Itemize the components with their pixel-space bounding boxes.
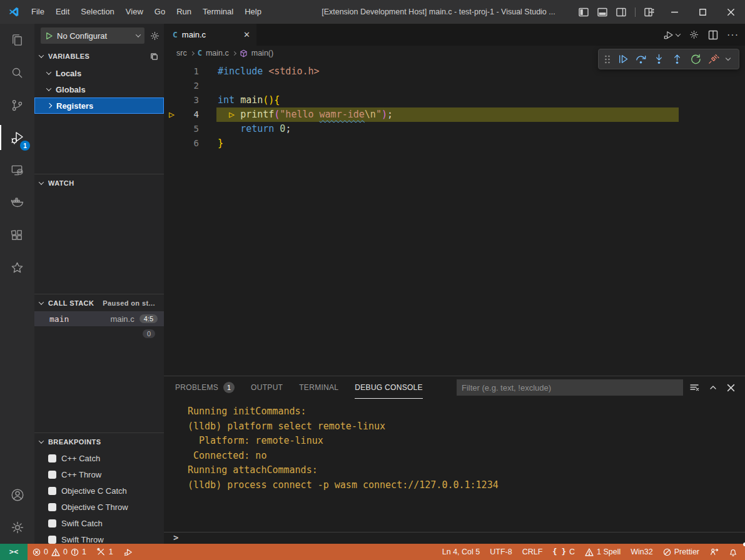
breakpoint-checkbox[interactable] [48,454,56,462]
menu-view[interactable]: View [120,0,149,24]
panel-tab-output[interactable]: OUTPUT [251,376,283,399]
continue-icon[interactable] [614,49,632,69]
breakpoint-checkbox[interactable] [48,503,56,511]
drag-handle-icon[interactable] [601,49,614,69]
account-icon[interactable] [0,479,34,511]
call-stack-empty-space [34,341,164,432]
step-out-icon[interactable] [668,49,686,69]
remote-explorer-icon[interactable] [0,154,34,186]
close-panel-icon[interactable] [727,384,735,392]
debug-console-output[interactable]: Running initCommands:(lldb) platform sel… [164,399,745,492]
code-line-2[interactable]: 2 [164,79,745,93]
minimize-button[interactable] [661,0,689,24]
problems-status[interactable]: 0 0 1 [28,544,91,560]
variables-item-locals[interactable]: Locals [34,65,164,81]
call-stack-frame[interactable]: main main.c 4:5 [34,311,164,326]
menu-help[interactable]: Help [239,0,267,24]
search-icon[interactable] [0,56,34,89]
close-window-button[interactable] [717,0,745,24]
source-control-icon[interactable] [0,89,34,121]
breadcrumb-file[interactable]: main.c [206,49,229,58]
debug-console-input[interactable]: > [164,532,745,542]
split-editor-icon[interactable] [708,30,718,40]
panel-tab-terminal[interactable]: TERMINAL [299,376,338,399]
ports-status[interactable]: 1 [91,544,118,560]
docker-icon[interactable] [0,186,34,219]
variables-item-globals[interactable]: Globals [34,81,164,98]
watch-section-header[interactable]: WATCH [34,174,164,191]
launch-configuration-dropdown[interactable]: No Configurat [41,28,144,44]
clear-console-icon[interactable] [689,382,699,392]
menu-go[interactable]: Go [149,0,171,24]
toggle-secondary-sidebar-icon[interactable] [616,8,626,17]
maximize-button[interactable] [689,0,717,24]
breakpoint-item-swift-throw[interactable]: Swift Throw [34,531,164,544]
code-editor[interactable]: 1#include <stdio.h>23int main(){▷4 ▷ pri… [164,61,745,376]
open-launch-json-gear-icon[interactable] [150,31,160,41]
breakpoint-checkbox[interactable] [48,471,56,479]
disconnect-icon[interactable] [704,49,722,69]
code-line-4[interactable]: ▷4 ▷ printf("hello wamr-ide\n"); [164,108,745,122]
tab-main-c[interactable]: C main.c ✕ [164,24,256,46]
spell-checker-status[interactable]: 1 Spell [580,544,626,560]
star-icon[interactable] [0,251,34,284]
breakpoint-checkbox[interactable] [48,487,56,495]
code-line-5[interactable]: 5 return 0; [164,122,745,136]
maximize-panel-icon[interactable] [709,383,717,392]
breakpoints-section-header[interactable]: BREAKPOINTS [34,432,164,450]
formatter-status[interactable]: Prettier [658,544,704,560]
run-and-debug-icon[interactable]: 1 [0,121,34,154]
run-or-debug-button[interactable] [663,29,680,41]
breadcrumb-folder[interactable]: src [176,49,187,58]
console-filter-input[interactable] [457,379,683,396]
more-actions-icon[interactable]: ··· [727,29,739,41]
menu-terminal[interactable]: Terminal [197,0,239,24]
panel-tab-debug-console[interactable]: DEBUG CONSOLE [355,376,423,399]
breakpoint-checkbox[interactable] [48,536,56,544]
remote-indicator[interactable]: >< [0,544,28,560]
call-stack-section-header[interactable]: CALL STACK Paused on st... [34,294,164,311]
panel-tab-problems[interactable]: PROBLEMS1 [175,376,235,399]
settings-gear-icon[interactable] [0,511,34,544]
toggle-sidebar-icon[interactable] [579,8,589,17]
token [274,123,280,134]
breakpoint-item-c-throw[interactable]: C++ Throw [34,466,164,482]
menu-selection[interactable]: Selection [75,0,119,24]
variables-item-registers[interactable]: Registers [34,98,164,114]
code-line-3[interactable]: 3int main(){ [164,93,745,108]
menu-file[interactable]: File [26,0,50,24]
code-line-6[interactable]: 6} [164,136,745,151]
step-into-icon[interactable] [650,49,668,69]
notifications-bell[interactable] [724,544,745,560]
step-over-icon[interactable] [632,49,650,69]
menu-edit[interactable]: Edit [50,0,75,24]
language-mode[interactable]: { } C [547,544,580,560]
editor-group: C main.c ✕ ··· src C main.c main() [164,24,745,544]
encoding-indicator[interactable]: UTF-8 [485,544,517,560]
variables-section-header[interactable]: VARIABLES [34,48,164,65]
menu-run[interactable]: Run [171,0,197,24]
toggle-panel-icon[interactable] [597,8,607,17]
feedback-status[interactable] [704,544,724,560]
eol-indicator[interactable]: CRLF [517,544,548,560]
chevron-down-icon[interactable] [722,49,734,69]
breakpoint-item-c-catch[interactable]: C++ Catch [34,450,164,466]
debug-status[interactable] [118,544,138,560]
breadcrumb-symbol[interactable]: main() [251,49,273,58]
call-stack-thread-row[interactable]: 0 [34,326,164,341]
restart-icon[interactable] [686,49,704,69]
breakpoint-item-swift-catch[interactable]: Swift Catch [34,515,164,531]
start-debugging-icon[interactable] [45,32,53,40]
explorer-icon[interactable] [0,24,34,56]
extensions-icon[interactable] [0,219,34,251]
close-tab-icon[interactable]: ✕ [243,30,250,39]
breakpoint-item-objective-c-catch[interactable]: Objective C Catch [34,482,164,499]
platform-indicator[interactable]: Win32 [626,544,657,560]
customize-layout-icon[interactable] [644,8,654,17]
breakpoint-item-objective-c-throw[interactable]: Objective C Throw [34,499,164,515]
breakpoint-checkbox[interactable] [48,519,56,528]
gear-icon[interactable] [689,29,699,40]
breakpoint-label: C++ Catch [61,454,100,463]
copy-icon[interactable] [150,52,159,61]
cursor-position[interactable]: Ln 4, Col 5 [437,544,485,560]
